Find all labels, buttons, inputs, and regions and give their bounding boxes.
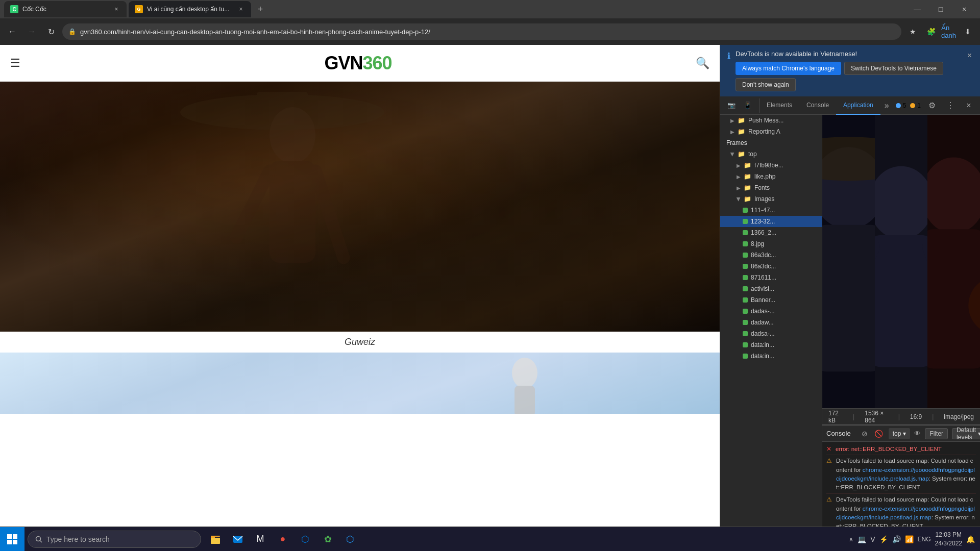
sidebar-item-dadsa[interactable]: dadsa-... — [720, 328, 822, 339]
preview-image-2 — [875, 115, 927, 408]
sidebar-item-likephp[interactable]: ▶ 📁 like.php — [720, 171, 822, 182]
start-button[interactable] — [0, 527, 24, 552]
devtools-settings-icon[interactable]: ⚙ — [925, 98, 939, 113]
console-context-selector[interactable]: top ▾ — [889, 428, 911, 439]
download-button[interactable]: ⬇ — [960, 23, 976, 40]
bookmark-button[interactable]: ★ — [904, 23, 921, 40]
profile-button[interactable]: Ẩn danh — [941, 23, 958, 40]
devtools-close-icon[interactable]: × — [962, 98, 976, 113]
sidebar-file-label: 871611... — [751, 274, 776, 281]
taskbar-app4-icon[interactable]: ● — [273, 529, 293, 549]
forward-button[interactable]: → — [23, 23, 40, 40]
sidebar-item-dadas[interactable]: dadas-... — [720, 306, 822, 317]
console-clear-button[interactable]: ⊘ — [859, 428, 870, 439]
taskbar-time[interactable]: 12:03 PM 24/3/2022 — [935, 531, 962, 548]
svg-line-3 — [236, 171, 270, 237]
sidebar-item-datain2[interactable]: data:in... — [720, 350, 822, 362]
console-eye-button[interactable]: 👁 — [914, 428, 921, 439]
tab-coccoc-close[interactable]: × — [112, 5, 120, 13]
extension-button[interactable]: 🧩 — [923, 23, 939, 40]
devtools-more-icon[interactable]: ⋮ — [943, 98, 958, 113]
sidebar-top-label: top — [748, 151, 757, 158]
file-icon — [743, 208, 748, 213]
address-bar[interactable]: 🔒 gvn360.com/hinh-nen/vi-ai-cung-can-des… — [62, 23, 901, 40]
sidebar-item-activisi[interactable]: activisi... — [720, 283, 822, 294]
second-image — [0, 353, 720, 414]
maximize-button[interactable]: □ — [929, 0, 952, 18]
sidebar-file-label: 123-32... — [751, 218, 775, 225]
console-filter-button[interactable]: 🚫 — [873, 428, 885, 439]
taskbar-app6-icon[interactable]: ✿ — [317, 529, 338, 549]
console-msg-text-2: DevTools failed to load source map: Coul… — [836, 495, 976, 527]
tray-icon-1[interactable]: 💻 — [857, 535, 866, 543]
devtools-screenshot-icon[interactable]: 📷 — [724, 98, 739, 113]
sidebar-item-86a3dc1[interactable]: 86a3dc... — [720, 249, 822, 261]
back-button[interactable]: ← — [4, 23, 20, 40]
error-link-1[interactable]: chrome-extension://jeooooddfnfogpngdoijp… — [836, 467, 975, 482]
sidebar-item-top[interactable]: ▶ 📁 top — [720, 148, 822, 160]
main-image — [0, 82, 720, 332]
switch-language-button[interactable]: Switch DevTools to Vietnamese — [844, 62, 943, 75]
sidebar-item-reporting[interactable]: ▶ 📁 Reporting A — [720, 126, 822, 137]
second-figure — [474, 353, 576, 414]
tray-expand-icon[interactable]: ∧ — [849, 536, 853, 543]
new-tab-button[interactable]: + — [253, 2, 267, 16]
sidebar-item-images[interactable]: ▶ 📁 Images — [720, 193, 822, 205]
site-search-icon[interactable]: 🔍 — [696, 57, 709, 70]
tab-gvn[interactable]: G Vi ai cũng cần desktop ấn tu... × — [129, 1, 251, 17]
sidebar-item-111[interactable]: 111-47... — [720, 205, 822, 216]
taskbar-explorer-icon[interactable] — [205, 529, 226, 549]
sidebar-item-banner[interactable]: Banner... — [720, 294, 822, 306]
tab-elements[interactable]: Elements — [760, 96, 799, 115]
sidebar-item-123[interactable]: 123-32... — [720, 216, 822, 227]
sidebar-label: Reporting A — [748, 128, 780, 135]
hamburger-icon[interactable]: ☰ — [10, 57, 20, 70]
dont-show-button[interactable]: Don't show again — [736, 78, 796, 91]
always-match-button[interactable]: Always match Chrome's language — [736, 62, 841, 75]
taskbar-search[interactable]: Type here to search — [28, 531, 201, 548]
sidebar-item-datain1[interactable]: data:in... — [720, 339, 822, 350]
network-icon[interactable]: 📶 — [905, 535, 914, 543]
file-icon — [743, 275, 748, 280]
devtools-more-tabs[interactable]: » — [880, 96, 893, 115]
sidebar-item-fonts[interactable]: ▶ 📁 Fonts — [720, 182, 822, 193]
notification-buttons: Always match Chrome's language Switch De… — [736, 62, 961, 91]
sidebar-item-f7fb[interactable]: ▶ 📁 f7fb98be... — [720, 160, 822, 171]
sidebar-item-dadaw[interactable]: dadaw... — [720, 317, 822, 328]
tab-console[interactable]: Console — [799, 96, 836, 115]
reload-button[interactable]: ↻ — [43, 23, 59, 40]
sidebar-item-871611[interactable]: 871611... — [720, 272, 822, 283]
volume-icon[interactable]: 🔊 — [892, 535, 901, 543]
console-level-select[interactable]: Default levels ▾ — [952, 428, 980, 439]
tab-coccoc[interactable]: C Cốc Cốc × — [4, 1, 127, 17]
sidebar-images-label: Images — [754, 195, 774, 203]
sidebar-item-pushmess[interactable]: ▶ 📁 Push Mess... — [720, 115, 822, 126]
taskbar-mail-icon[interactable] — [228, 529, 248, 549]
sidebar-section-frames[interactable]: Frames — [720, 137, 822, 148]
bluetooth-icon[interactable]: ⚡ — [879, 535, 888, 543]
taskbar-edge-icon[interactable]: ⬡ — [295, 529, 315, 549]
file-icon — [743, 342, 748, 347]
sidebar-item-1366[interactable]: 1366_2... — [720, 227, 822, 238]
tray-icon-2[interactable]: V — [870, 535, 875, 543]
taskbar-app7-icon[interactable]: ⬡ — [340, 529, 360, 549]
sidebar-item-86a3dc2[interactable]: 86a3dc... — [720, 261, 822, 272]
notification-close[interactable]: × — [966, 50, 973, 61]
sidebar-item-8jpg[interactable]: 8.jpg — [720, 238, 822, 249]
folder-icon: 📁 — [744, 162, 751, 169]
devtools-device-icon[interactable]: 📱 — [741, 98, 755, 113]
close-button[interactable]: × — [952, 0, 976, 18]
language-label[interactable]: ENG — [918, 536, 931, 543]
taskbar-app3-icon[interactable]: M — [250, 529, 271, 549]
warning-icon-1: ⚠ — [826, 457, 832, 464]
tab-gvn-close[interactable]: × — [237, 5, 245, 13]
window-controls: — □ × — [905, 0, 976, 18]
error-icon-0: ✕ — [826, 445, 831, 453]
minimize-button[interactable]: — — [905, 0, 929, 18]
console-filter-input[interactable]: Filter — [925, 428, 948, 439]
svg-rect-23 — [13, 534, 17, 539]
tab-application[interactable]: Application — [836, 96, 880, 115]
yellow-badge-dot — [910, 103, 915, 108]
error-link-2[interactable]: chrome-extension://jeooooddfnfogpngdoijp… — [836, 506, 975, 520]
notification-icon[interactable]: 🔔 — [966, 535, 975, 543]
